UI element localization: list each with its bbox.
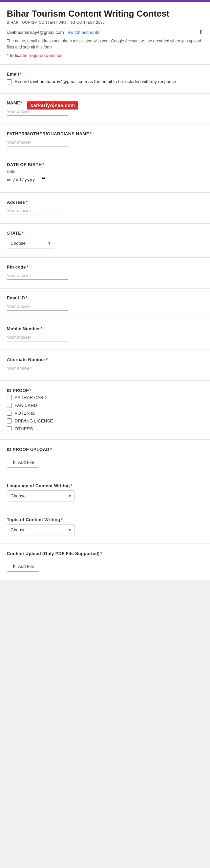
- email-id-section: Email ID*: [0, 288, 210, 319]
- email-checkbox-label: Record ravibhushanray4@gmail.com as the …: [15, 79, 176, 85]
- id-proof-others: OTHERS: [7, 426, 203, 431]
- content-upload-icon: ⬆: [12, 564, 16, 569]
- alternate-input[interactable]: [7, 364, 68, 372]
- state-section: STATE* Choose Bihar Jharkhand Uttar Prad…: [0, 223, 210, 257]
- id-proof-others-checkbox[interactable]: [7, 426, 12, 431]
- name-input-wrapper: sarkariyojnaa.com: [7, 107, 68, 116]
- topic-section: Topic of Content Writing* Choose Culture…: [0, 510, 210, 544]
- language-label: Language of Content Writing*: [7, 483, 203, 488]
- id-proof-pan-checkbox[interactable]: [7, 403, 12, 408]
- page-title: Bihar Tourism Content Writing Contest: [7, 8, 203, 19]
- cloud-icon: ⬆: [198, 28, 203, 36]
- account-row: ravibhushanray4@gmail.com Switch account…: [7, 28, 203, 36]
- name-section: NAME* sarkariyojnaa.com: [0, 93, 210, 124]
- id-proof-pan: PAN CARD: [7, 403, 203, 408]
- email-id-input[interactable]: [7, 302, 68, 311]
- id-proof-list: AADHAR CARD PAN CARD VOTER ID DRIVING LI…: [7, 395, 203, 431]
- page-subtitle: BIHAR TOURISM CONTENT WRITING CONTEST 20…: [7, 20, 203, 24]
- alternate-label: Alternate Number*: [7, 357, 203, 362]
- guardian-label: FATHER/MOTHER/GUARDIANS NAME*: [7, 131, 203, 136]
- address-section: Address*: [0, 193, 210, 223]
- content-upload-label: Content Upload (Only PDF File Supported)…: [7, 551, 203, 556]
- watermark: sarkariyojnaa.com: [27, 101, 78, 110]
- topic-select[interactable]: Choose Culture History Tourism Festivals…: [7, 524, 75, 535]
- dob-label: DATE OF BIRTH*: [7, 162, 203, 167]
- dob-section: DATE OF BIRTH* Date: [0, 155, 210, 192]
- id-proof-others-label: OTHERS: [15, 426, 33, 431]
- alternate-section: Alternate Number*: [0, 350, 210, 380]
- pincode-label: Pin code*: [7, 264, 203, 270]
- content-upload-section: Content Upload (Only PDF File Supported)…: [0, 544, 210, 580]
- account-info-text: The name, email address and photo associ…: [7, 38, 203, 50]
- id-proof-voter-label: VOTER ID: [15, 411, 35, 416]
- id-proof-aadhar-label: AADHAR CARD: [15, 395, 47, 400]
- id-proof-voter: VOTER ID: [7, 411, 203, 416]
- id-proof-driving-label: DRIVING LICENSE: [15, 418, 53, 423]
- id-proof-driving: DRIVING LICENSE: [7, 418, 203, 423]
- pincode-section: Pin code*: [0, 257, 210, 288]
- switch-accounts-link[interactable]: Switch accounts: [67, 30, 99, 35]
- state-select[interactable]: Choose Bihar Jharkhand Uttar Pradesh Del…: [7, 238, 54, 249]
- guardian-input[interactable]: [7, 138, 68, 146]
- content-add-file-button[interactable]: ⬆ Add File: [7, 561, 39, 572]
- id-proof-aadhar-checkbox[interactable]: [7, 395, 12, 400]
- mobile-section: Mobile Number*: [0, 319, 210, 350]
- email-label: Email*: [7, 72, 203, 77]
- email-id-label: Email ID*: [7, 295, 203, 300]
- id-proof-driving-checkbox[interactable]: [7, 418, 12, 423]
- required-note: * Indicates required question: [7, 53, 203, 58]
- page-wrapper: Bihar Tourism Content Writing Contest BI…: [0, 0, 210, 580]
- email-checkbox-row: Record ravibhushanray4@gmail.com as the …: [7, 79, 203, 85]
- guardian-section: FATHER/MOTHER/GUARDIANS NAME*: [0, 124, 210, 155]
- dob-sublabel: Date: [7, 169, 203, 174]
- header-section: Bihar Tourism Content Writing Contest BI…: [0, 2, 210, 64]
- address-input[interactable]: [7, 207, 68, 215]
- topic-label: Topic of Content Writing*: [7, 517, 203, 522]
- language-select[interactable]: Choose Hindi English Maithili Bhojpuri U…: [7, 490, 75, 501]
- id-proof-aadhar: AADHAR CARD: [7, 395, 203, 400]
- id-proof-pan-label: PAN CARD: [15, 403, 37, 408]
- mobile-input[interactable]: [7, 333, 68, 341]
- id-proof-add-file-button[interactable]: ⬆ Add File: [7, 457, 39, 468]
- content-add-file-label: Add File: [18, 564, 34, 569]
- pincode-input[interactable]: [7, 272, 68, 280]
- state-label: STATE*: [7, 231, 203, 236]
- account-email-text: ravibhushanray4@gmail.com Switch account…: [7, 29, 99, 35]
- id-proof-label: ID PROOF*: [7, 388, 203, 393]
- dob-input[interactable]: [7, 175, 46, 184]
- email-section: Email* Record ravibhushanray4@gmail.com …: [0, 64, 210, 93]
- address-label: Address*: [7, 200, 203, 205]
- id-proof-section: ID PROOF* AADHAR CARD PAN CARD VOTER ID …: [0, 381, 210, 439]
- upload-icon: ⬆: [12, 459, 16, 465]
- email-display: ravibhushanray4@gmail.com: [7, 30, 64, 35]
- email-checkbox[interactable]: [7, 79, 12, 84]
- topic-select-wrapper: Choose Culture History Tourism Festivals…: [7, 524, 75, 535]
- id-proof-add-file-label: Add File: [18, 460, 34, 465]
- state-select-wrapper: Choose Bihar Jharkhand Uttar Pradesh Del…: [7, 238, 54, 249]
- mobile-label: Mobile Number*: [7, 326, 203, 331]
- id-proof-voter-checkbox[interactable]: [7, 411, 12, 416]
- language-section: Language of Content Writing* Choose Hind…: [0, 476, 210, 510]
- language-select-wrapper: Choose Hindi English Maithili Bhojpuri U…: [7, 490, 75, 501]
- id-proof-upload-section: ID PROOF UPLOAD* ⬆ Add File: [0, 440, 210, 476]
- id-proof-upload-label: ID PROOF UPLOAD*: [7, 447, 203, 452]
